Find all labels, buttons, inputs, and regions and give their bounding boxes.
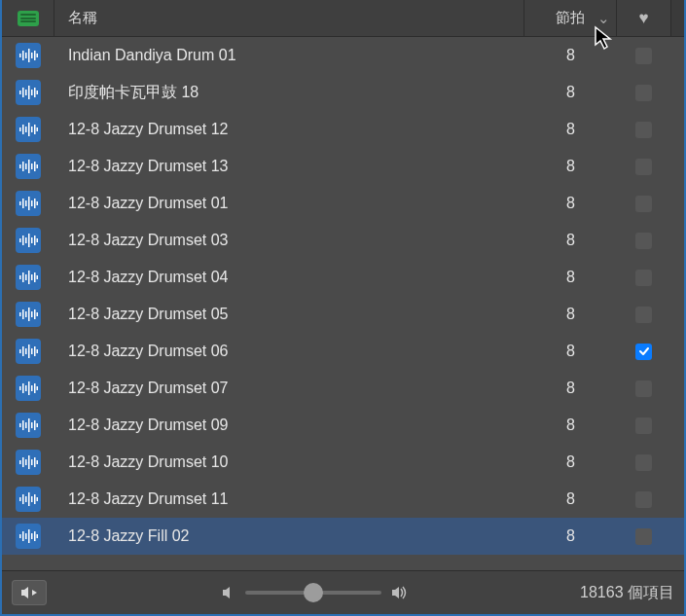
preview-play-button[interactable] bbox=[12, 580, 47, 605]
row-favorite-cell bbox=[617, 491, 670, 508]
speaker-low-icon bbox=[222, 586, 235, 599]
table-row[interactable]: 12-8 Jazzy Drumset 01 8 bbox=[2, 185, 684, 222]
svg-rect-1 bbox=[22, 51, 24, 60]
row-beats-label: 8 bbox=[524, 527, 617, 545]
svg-rect-2 bbox=[25, 53, 27, 58]
svg-rect-97 bbox=[37, 534, 39, 538]
audio-waveform-icon[interactable] bbox=[16, 228, 41, 253]
row-favorite-cell bbox=[617, 380, 670, 397]
svg-rect-94 bbox=[28, 529, 30, 543]
row-name-label: 12-8 Jazzy Drumset 01 bbox=[54, 195, 524, 212]
favorite-checkbox[interactable] bbox=[635, 307, 652, 323]
table-row[interactable]: 12-8 Jazzy Drumset 11 8 bbox=[2, 481, 684, 518]
row-favorite-cell bbox=[617, 233, 670, 249]
svg-rect-44 bbox=[25, 274, 27, 280]
row-favorite-cell bbox=[617, 307, 670, 323]
svg-rect-52 bbox=[28, 308, 30, 321]
audio-waveform-icon[interactable] bbox=[16, 302, 41, 327]
svg-rect-25 bbox=[31, 163, 33, 169]
favorite-checkbox[interactable] bbox=[635, 417, 652, 434]
audio-waveform-icon[interactable] bbox=[16, 450, 41, 475]
favorite-checkbox[interactable] bbox=[635, 233, 652, 249]
svg-rect-27 bbox=[37, 164, 39, 168]
svg-rect-17 bbox=[28, 123, 30, 136]
row-beats-label: 8 bbox=[524, 84, 617, 101]
table-row[interactable]: 印度帕卡瓦甲鼓 18 8 bbox=[2, 74, 684, 111]
row-icon-cell bbox=[2, 413, 54, 438]
svg-rect-62 bbox=[37, 349, 39, 353]
column-favorite-header[interactable]: ♥ bbox=[617, 0, 670, 36]
table-row[interactable]: 12-8 Jazzy Drumset 06 8 bbox=[2, 333, 684, 370]
favorite-checkbox[interactable] bbox=[635, 344, 652, 360]
table-row[interactable]: 12-8 Jazzy Drumset 05 8 bbox=[2, 296, 684, 333]
svg-rect-21 bbox=[19, 164, 21, 168]
table-row[interactable]: 12-8 Jazzy Drumset 07 8 bbox=[2, 370, 684, 407]
favorite-checkbox[interactable] bbox=[635, 454, 652, 471]
row-icon-cell bbox=[2, 524, 54, 549]
favorite-checkbox[interactable] bbox=[635, 270, 652, 286]
heart-icon: ♥ bbox=[638, 9, 648, 28]
favorite-checkbox[interactable] bbox=[635, 196, 652, 212]
row-name-label: 12-8 Jazzy Drumset 05 bbox=[54, 306, 524, 323]
row-name-label: 12-8 Jazzy Drumset 03 bbox=[54, 232, 524, 249]
volume-slider[interactable] bbox=[245, 591, 381, 595]
table-row[interactable]: 12-8 Jazzy Fill 02 8 bbox=[2, 518, 684, 555]
sort-chevron-down-icon: ⌄ bbox=[597, 10, 610, 27]
audio-waveform-icon[interactable] bbox=[16, 154, 41, 179]
svg-rect-48 bbox=[37, 275, 39, 279]
row-beats-label: 8 bbox=[524, 232, 617, 249]
svg-rect-88 bbox=[31, 496, 33, 502]
table-row[interactable]: Indian Dandiya Drum 01 8 bbox=[2, 37, 684, 74]
table-row[interactable]: 12-8 Jazzy Drumset 12 8 bbox=[2, 111, 684, 148]
svg-rect-83 bbox=[37, 460, 39, 464]
table-row[interactable]: 12-8 Jazzy Drumset 04 8 bbox=[2, 259, 684, 296]
favorite-checkbox[interactable] bbox=[635, 48, 652, 64]
svg-rect-22 bbox=[22, 162, 24, 171]
row-favorite-cell bbox=[617, 48, 670, 64]
favorite-checkbox[interactable] bbox=[635, 528, 652, 545]
volume-slider-thumb[interactable] bbox=[304, 583, 323, 602]
svg-rect-38 bbox=[28, 234, 30, 247]
svg-rect-60 bbox=[31, 348, 33, 354]
audio-waveform-icon[interactable] bbox=[16, 376, 41, 401]
table-row[interactable]: 12-8 Jazzy Drumset 09 8 bbox=[2, 407, 684, 444]
favorite-checkbox[interactable] bbox=[635, 122, 652, 138]
svg-rect-76 bbox=[37, 423, 39, 427]
audio-waveform-icon[interactable] bbox=[16, 524, 41, 549]
column-beats-header[interactable]: 節拍 ⌄ bbox=[524, 0, 617, 36]
audio-waveform-icon[interactable] bbox=[16, 43, 41, 68]
svg-rect-29 bbox=[22, 199, 24, 208]
audio-waveform-icon[interactable] bbox=[16, 80, 41, 105]
row-icon-cell bbox=[2, 228, 54, 253]
audio-waveform-icon[interactable] bbox=[16, 339, 41, 364]
svg-rect-67 bbox=[31, 385, 33, 391]
svg-rect-3 bbox=[28, 49, 30, 62]
footer-bar: 18163 個項目 bbox=[2, 570, 684, 614]
favorite-checkbox[interactable] bbox=[635, 491, 652, 508]
table-row[interactable]: 12-8 Jazzy Drumset 03 8 bbox=[2, 222, 684, 259]
favorite-checkbox[interactable] bbox=[635, 85, 652, 101]
svg-rect-16 bbox=[25, 127, 27, 132]
audio-waveform-icon[interactable] bbox=[16, 117, 41, 142]
table-row[interactable]: 12-8 Jazzy Drumset 13 8 bbox=[2, 148, 684, 185]
audio-waveform-icon[interactable] bbox=[16, 413, 41, 438]
svg-rect-32 bbox=[31, 200, 33, 206]
row-favorite-cell bbox=[617, 85, 670, 101]
table-row[interactable]: 12-8 Jazzy Drumset 10 8 bbox=[2, 444, 684, 481]
favorite-checkbox[interactable] bbox=[635, 159, 652, 175]
loop-list: Indian Dandiya Drum 01 8 印度帕卡瓦甲鼓 18 8 12… bbox=[2, 37, 684, 570]
svg-rect-58 bbox=[25, 348, 27, 354]
audio-waveform-icon[interactable] bbox=[16, 265, 41, 290]
svg-rect-86 bbox=[25, 496, 27, 502]
row-name-label: 12-8 Jazzy Drumset 07 bbox=[54, 380, 524, 397]
audio-waveform-icon[interactable] bbox=[16, 191, 41, 216]
column-name-header[interactable]: 名稱 bbox=[54, 0, 524, 36]
audio-waveform-icon[interactable] bbox=[16, 487, 41, 512]
svg-rect-78 bbox=[22, 457, 24, 467]
svg-rect-63 bbox=[19, 386, 21, 390]
table-header: 名稱 節拍 ⌄ ♥ bbox=[2, 0, 684, 37]
favorite-checkbox[interactable] bbox=[635, 380, 652, 397]
row-beats-label: 8 bbox=[524, 417, 617, 434]
loop-type-header[interactable] bbox=[2, 0, 54, 36]
svg-rect-11 bbox=[31, 90, 33, 95]
